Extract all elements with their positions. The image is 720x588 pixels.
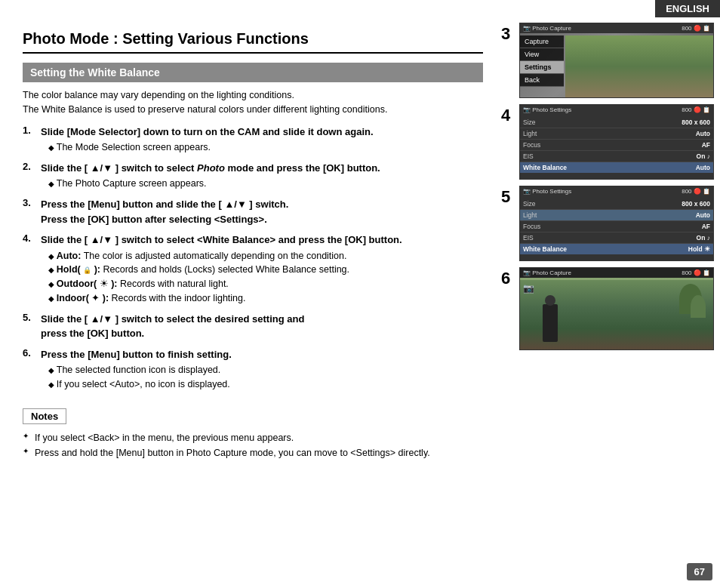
- steps-list: 1. Slide [Mode Selector] down to turn on…: [23, 125, 483, 392]
- step-4-sub-auto: Auto: The color is adjusted automaticall…: [41, 249, 402, 263]
- step-5-number: 5.: [23, 312, 36, 323]
- step-3: 3. Press the [Menu] button and slide the…: [23, 197, 483, 226]
- step-4-subs: Auto: The color is adjusted automaticall…: [41, 249, 402, 306]
- step-6-sub-2: If you select <Auto>, no icon is display…: [41, 377, 232, 392]
- step-5-main: Slide the [ ▲/▼ ] switch to select the d…: [41, 313, 304, 340]
- screen-5-item: 5 📷 Photo Settings 800 🔴 📋 Size800 x 600…: [501, 186, 714, 261]
- step-1-main: Slide [Mode Selector] down to turn on th…: [41, 126, 374, 137]
- screen-3-topbar: 📷 Photo Capture 800 🔴 📋: [520, 23, 713, 33]
- step-6-number: 6.: [23, 347, 36, 359]
- step-6-subs: The selected function icon is displayed.…: [41, 363, 232, 392]
- screen-3-item: 3 📷 Photo Capture 800 🔴 📋 Capture View S…: [501, 23, 714, 98]
- screen-5-topbar: 📷 Photo Settings 800 🔴 📋: [520, 186, 713, 196]
- step-2: 2. Slide the [ ▲/▼ ] switch to select Ph…: [23, 161, 483, 191]
- intro-line-2: The White Balance is used to preserve na…: [23, 104, 387, 115]
- step-3-content: Press the [Menu] button and slide the [ …: [41, 197, 288, 226]
- notes-list: If you select <Back> in the menu, the pr…: [23, 430, 483, 460]
- step-4-sub-outdoor: Outdoor( ☀ ): Records with natural light…: [41, 277, 402, 291]
- screen-4-item: 4 📷 Photo Settings 800 🔴 📋 Size800 x 600…: [501, 104, 714, 180]
- notes-box: Notes: [23, 408, 66, 424]
- page-number: 67: [687, 563, 712, 580]
- step-5-content: Slide the [ ▲/▼ ] switch to select the d…: [41, 312, 304, 341]
- screen-3-sim: 📷 Photo Capture 800 🔴 📋 Capture View Set…: [520, 23, 713, 97]
- step-1-sub-1: The Mode Selection screen appears.: [41, 140, 374, 155]
- english-badge: ENGLISH: [655, 0, 720, 17]
- screen-5-settings: Size800 x 600 LightAuto FocusAF EISOn ♪ …: [520, 199, 713, 254]
- screen-4-topbar: 📷 Photo Settings 800 🔴 📋: [520, 105, 713, 115]
- notes-label: Notes: [31, 411, 58, 422]
- intro-text: The color balance may vary depending on …: [23, 88, 483, 117]
- step-1-content: Slide [Mode Selector] down to turn on th…: [41, 125, 374, 155]
- screen-5-number: 5: [501, 189, 515, 205]
- step-6-main: Press the [Menu] button to finish settin…: [41, 349, 232, 360]
- step-6: 6. Press the [Menu] button to finish set…: [23, 347, 483, 392]
- screen-3-number: 3: [501, 26, 515, 42]
- step-2-content: Slide the [ ▲/▼ ] switch to select Photo…: [41, 161, 380, 191]
- screen-6-box: 📷 Photo Capture 800 🔴 📋 📷: [519, 267, 714, 350]
- screen-4-settings: Size800 x 600 LightAuto FocusAF EISOn ♪ …: [520, 117, 713, 173]
- screen-3-box: 📷 Photo Capture 800 🔴 📋 Capture View Set…: [519, 23, 714, 98]
- step-2-sub-1: The Photo Capture screen appears.: [41, 177, 380, 191]
- intro-line-1: The color balance may vary depending on …: [23, 90, 294, 100]
- step-4-content: Slide the [ ▲/▼ ] switch to select <Whit…: [41, 232, 402, 306]
- step-1: 1. Slide [Mode Selector] down to turn on…: [23, 125, 483, 155]
- step-3-main: Press the [Menu] button and slide the [ …: [41, 199, 288, 225]
- screen-5-box: 📷 Photo Settings 800 🔴 📋 Size800 x 600 L…: [519, 186, 714, 261]
- step-6-content: Press the [Menu] button to finish settin…: [41, 347, 232, 392]
- step-1-subs: The Mode Selection screen appears.: [41, 140, 374, 155]
- main-content: Photo Mode : Setting Various Functions S…: [0, 0, 498, 588]
- step-1-number: 1.: [23, 125, 36, 136]
- step-4-number: 4.: [23, 232, 36, 244]
- step-2-main: Slide the [ ▲/▼ ] switch to select Photo…: [41, 162, 380, 174]
- screen-6-scene: 📷 Photo Capture 800 🔴 📋 📷: [520, 268, 713, 349]
- page-title: Photo Mode : Setting Various Functions: [23, 30, 483, 54]
- right-panel: 3 📷 Photo Capture 800 🔴 📋 Capture View S…: [501, 23, 714, 350]
- screen-6-item: 6 📷 Photo Capture 800 🔴 📋 📷: [501, 267, 714, 350]
- step-4-sub-indoor: Indoor( ✦ ): Records with the indoor lig…: [41, 291, 402, 306]
- step-5: 5. Slide the [ ▲/▼ ] switch to select th…: [23, 312, 483, 341]
- screen-3-menu: Capture View Settings Back: [520, 35, 564, 87]
- step-6-sub-1: The selected function icon is displayed.: [41, 363, 232, 377]
- screen-6-number: 6: [501, 270, 515, 287]
- step-2-subs: The Photo Capture screen appears.: [41, 177, 380, 191]
- step-4-main: Slide the [ ▲/▼ ] switch to select <Whit…: [41, 234, 402, 245]
- note-1: If you select <Back> in the menu, the pr…: [23, 430, 483, 445]
- screen-4-box: 📷 Photo Settings 800 🔴 📋 Size800 x 600 L…: [519, 104, 714, 180]
- note-2: Press and hold the [Menu] button in Phot…: [23, 445, 483, 460]
- screen-4-number: 4: [501, 107, 515, 124]
- step-4: 4. Slide the [ ▲/▼ ] switch to select <W…: [23, 232, 483, 306]
- camera-icon: 📷: [523, 283, 534, 294]
- step-3-number: 3.: [23, 197, 36, 208]
- screen-6-topbar: 📷 Photo Capture 800 🔴 📋: [520, 268, 713, 278]
- step-2-number: 2.: [23, 161, 36, 172]
- step-4-sub-hold: Hold( 🔒 ): Records and holds (Locks) sel…: [41, 263, 402, 277]
- section-header: Setting the White Balance: [23, 63, 483, 82]
